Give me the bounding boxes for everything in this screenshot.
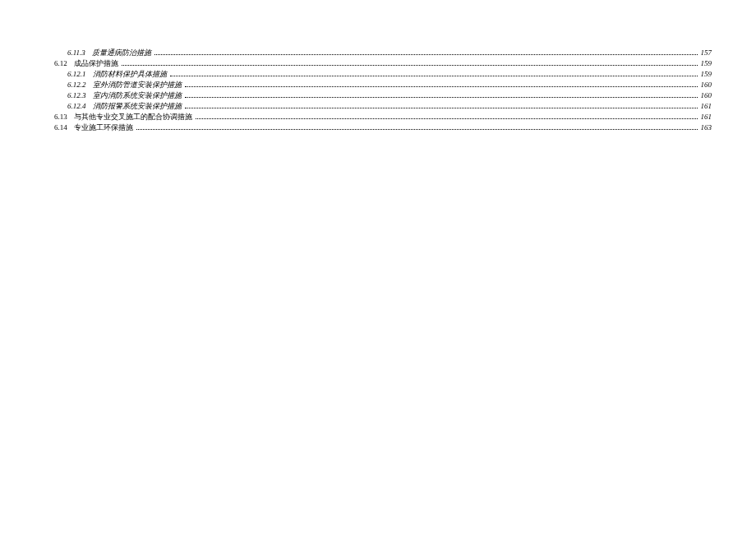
toc-entry-number: 6.14 xyxy=(54,122,67,133)
toc-entry: 6.12.3室内消防系统安装保护措施160 xyxy=(44,90,712,101)
toc-entry-number: 6.12.2 xyxy=(67,80,86,90)
toc-entry-title: 消防材料保护具体措施 xyxy=(93,69,167,80)
toc-entry-title: 消防报警系统安装保护措施 xyxy=(93,101,182,112)
toc-entry-page: 160 xyxy=(701,80,712,90)
toc-entry-page: 157 xyxy=(701,48,712,58)
toc-entry-title: 与其他专业交叉施工的配合协调措施 xyxy=(74,112,192,122)
toc-entry-number: 6.12.3 xyxy=(67,90,86,101)
toc-entry: 6.14专业施工环保措施163 xyxy=(44,122,712,133)
toc-entry-title: 质量通病防治措施 xyxy=(92,48,151,58)
toc-entry: 6.12.2室外消防管道安装保护措施160 xyxy=(44,80,712,90)
toc-dot-leader xyxy=(185,108,698,108)
toc-dot-leader xyxy=(196,118,698,119)
toc-entry-page: 159 xyxy=(701,58,712,69)
toc-entry-number: 6.12.1 xyxy=(67,69,86,80)
toc-entry-page: 161 xyxy=(701,112,712,122)
toc-entry-title: 专业施工环保措施 xyxy=(74,122,133,133)
toc-dot-leader xyxy=(122,65,698,66)
toc-entry-title: 室外消防管道安装保护措施 xyxy=(93,80,182,90)
toc-entry: 6.11.3质量通病防治措施157 xyxy=(44,48,712,58)
toc-dot-leader xyxy=(185,97,698,98)
toc-entry: 6.12成品保护措施159 xyxy=(44,58,712,69)
toc-entry-number: 6.13 xyxy=(54,112,67,122)
toc-entry-page: 163 xyxy=(701,122,712,133)
toc-dot-leader xyxy=(170,76,698,76)
toc-entry: 6.13与其他专业交叉施工的配合协调措施161 xyxy=(44,112,712,122)
toc-entry-page: 160 xyxy=(701,90,712,101)
toc-dot-leader xyxy=(185,86,698,87)
toc-entry-page: 161 xyxy=(701,101,712,112)
toc-entry: 6.12.4消防报警系统安装保护措施161 xyxy=(44,101,712,112)
toc-entry: 6.12.1消防材料保护具体措施159 xyxy=(44,69,712,80)
table-of-contents: 6.11.3质量通病防治措施1576.12成品保护措施1596.12.1消防材料… xyxy=(44,48,712,133)
toc-entry-page: 159 xyxy=(701,69,712,80)
toc-entry-number: 6.12.4 xyxy=(67,101,86,112)
toc-dot-leader xyxy=(136,129,698,130)
toc-entry-number: 6.11.3 xyxy=(67,48,85,58)
toc-entry-title: 室内消防系统安装保护措施 xyxy=(93,90,182,101)
toc-entry-number: 6.12 xyxy=(54,58,67,69)
toc-entry-title: 成品保护措施 xyxy=(74,58,118,69)
toc-dot-leader xyxy=(154,54,698,55)
